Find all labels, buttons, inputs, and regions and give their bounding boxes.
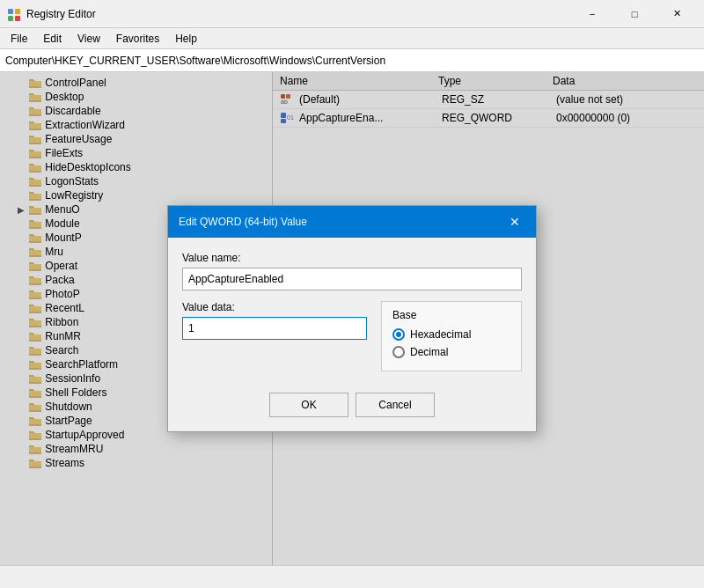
menu-favorites[interactable]: Favorites [109, 31, 166, 47]
hex-label: Hexadecimal [410, 328, 471, 341]
edit-qword-dialog: Edit QWORD (64-bit) Value ✕ Value name: … [167, 205, 537, 432]
ok-button[interactable]: OK [269, 393, 348, 417]
dialog-row: Value data: Base Hexadecimal [182, 301, 522, 371]
svg-rect-2 [8, 16, 13, 21]
title-bar: Registry Editor − □ ✕ [0, 0, 704, 28]
minimize-button[interactable]: − [572, 4, 612, 25]
menu-help[interactable]: Help [168, 31, 204, 47]
title-bar-left: Registry Editor [7, 7, 96, 21]
value-input-wrapper [182, 317, 367, 350]
hex-radio[interactable] [392, 328, 405, 341]
dialog-close-button[interactable]: ✕ [504, 211, 525, 232]
base-section: Base Hexadecimal Decimal [381, 301, 522, 371]
menu-bar: File Edit View Favorites Help [0, 28, 704, 49]
svg-rect-1 [15, 9, 20, 14]
value-name-label: Value name: [182, 252, 522, 264]
app-title: Registry Editor [26, 8, 96, 20]
dialog-buttons: OK Cancel [182, 386, 522, 417]
address-bar: Computer\HKEY_CURRENT_USER\Software\Micr… [0, 49, 704, 72]
dec-radio[interactable] [392, 346, 405, 358]
dialog-overlay: Edit QWORD (64-bit) Value ✕ Value name: … [0, 72, 704, 565]
menu-edit[interactable]: Edit [36, 31, 69, 47]
value-data-input[interactable] [182, 317, 367, 340]
dialog-title-bar: Edit QWORD (64-bit) Value ✕ [168, 206, 536, 238]
close-button[interactable]: ✕ [656, 4, 697, 25]
main-area: ControlPanel Desktop Discardable Extract… [0, 72, 704, 565]
value-data-label: Value data: [182, 301, 367, 313]
menu-view[interactable]: View [70, 31, 107, 47]
value-name-input[interactable] [182, 268, 522, 290]
decimal-option[interactable]: Decimal [392, 346, 510, 358]
dec-label: Decimal [410, 346, 448, 358]
cancel-button[interactable]: Cancel [356, 393, 435, 417]
svg-rect-3 [15, 16, 20, 21]
base-title: Base [392, 309, 510, 321]
value-data-section: Value data: [182, 301, 367, 371]
dialog-body: Value name: Value data: Base [168, 238, 536, 431]
menu-file[interactable]: File [4, 31, 34, 47]
status-bar [0, 565, 704, 588]
maximize-button[interactable]: □ [614, 4, 655, 25]
svg-rect-0 [8, 9, 13, 14]
address-path: Computer\HKEY_CURRENT_USER\Software\Micr… [5, 55, 385, 67]
window-controls: − □ ✕ [572, 4, 697, 25]
dialog-title: Edit QWORD (64-bit) Value [179, 216, 307, 228]
app-icon [7, 7, 21, 21]
hexadecimal-option[interactable]: Hexadecimal [392, 328, 510, 341]
